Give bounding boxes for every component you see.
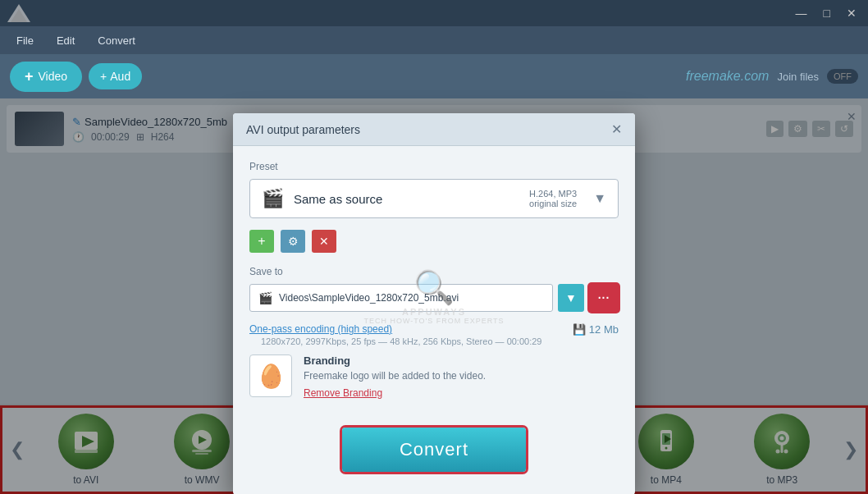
brand-label: freemake.com: [686, 69, 769, 84]
file-size-badge: 💾 12 Mb: [573, 323, 619, 336]
preset-dropdown[interactable]: 🎬 Same as source H.264, MP3 original siz…: [249, 179, 619, 218]
menu-bar: File Edit Convert: [0, 26, 868, 54]
convert-button[interactable]: Convert: [342, 428, 526, 472]
save-path-icon: 🎬: [258, 291, 272, 304]
modal-close-button[interactable]: ✕: [611, 121, 622, 137]
title-bar: — □ ✕: [0, 0, 868, 26]
join-files-toggle[interactable]: OFF: [827, 69, 858, 84]
convert-button-row: Convert: [249, 414, 619, 480]
app-logo: [7, 3, 31, 23]
preset-section-label: Preset: [249, 161, 619, 172]
branding-section: 🥚 Branding Freemake logo will be added t…: [249, 354, 619, 400]
preset-name: Same as source: [294, 192, 519, 206]
preset-detail-line2: original size: [529, 199, 577, 208]
encoding-section: One-pass encoding (high speed) 1280x720,…: [249, 323, 541, 354]
file-size-icon: 💾: [573, 323, 586, 336]
modal-body: Preset 🎬 Same as source H.264, MP3 origi…: [233, 146, 635, 494]
modal-title-bar: AVI output parameters ✕: [233, 113, 635, 146]
add-video-button[interactable]: + Video: [10, 62, 82, 92]
close-button[interactable]: ✕: [842, 5, 861, 21]
menu-edit[interactable]: Edit: [47, 31, 85, 50]
save-browse-button[interactable]: ···: [589, 284, 619, 312]
encoding-detail: 1280x720, 2997Kbps, 25 fps — 48 kHz, 256…: [249, 336, 541, 346]
plus-icon-audio: +: [100, 70, 107, 83]
branding-title: Branding: [304, 354, 619, 367]
file-size-text: 12 Mb: [589, 323, 619, 336]
content-area: ✎ SampleVideo_1280x720_5mb 🕐 00:00:29 ⊞ …: [0, 98, 868, 494]
save-dropdown-button[interactable]: ▼: [558, 284, 584, 312]
join-files-label: Join files: [777, 71, 819, 83]
maximize-button[interactable]: □: [819, 5, 835, 21]
encoding-link[interactable]: One-pass encoding (high speed): [249, 323, 541, 335]
settings-preset-button[interactable]: ⚙: [281, 230, 305, 253]
modal-dialog: AVI output parameters ✕ Preset 🎬 Same as…: [233, 113, 635, 494]
menu-file[interactable]: File: [7, 31, 43, 50]
add-video-label: Video: [39, 70, 68, 83]
preset-icon: 🎬: [262, 188, 284, 209]
preset-dropdown-arrow: ▼: [593, 191, 606, 206]
add-preset-button[interactable]: +: [249, 230, 274, 253]
branding-icon: 🥚: [249, 354, 292, 397]
menu-convert[interactable]: Convert: [88, 31, 145, 50]
toolbar-left: + Video + Aud: [10, 62, 142, 92]
plus-icon: +: [25, 68, 34, 85]
branding-text: Branding Freemake logo will be added to …: [304, 354, 619, 400]
add-audio-button[interactable]: + Aud: [89, 63, 142, 89]
add-audio-label: Aud: [110, 70, 130, 83]
remove-branding-link[interactable]: Remove Branding: [304, 387, 382, 399]
preset-detail: H.264, MP3 original size: [529, 189, 577, 208]
branding-desc: Freemake logo will be added to the video…: [304, 370, 619, 382]
toolbar: + Video + Aud freemake.com Join files OF…: [0, 54, 868, 98]
toggle-state: OFF: [834, 71, 852, 81]
toolbar-right: freemake.com Join files OFF: [686, 69, 858, 84]
save-path-text: Videos\SampleVideo_1280x720_5mb.avi: [279, 292, 459, 304]
minimize-button[interactable]: —: [791, 5, 812, 21]
modal-overlay: AVI output parameters ✕ Preset 🎬 Same as…: [0, 98, 868, 494]
delete-preset-button[interactable]: ✕: [312, 230, 336, 253]
preset-detail-line1: H.264, MP3: [529, 189, 577, 199]
action-buttons-row: + ⚙ ✕: [249, 230, 619, 253]
app-window: — □ ✕ File Edit Convert + Video + Aud fr…: [0, 0, 868, 494]
modal-title: AVI output parameters: [246, 123, 360, 136]
save-to-row: 🎬 Videos\SampleVideo_1280x720_5mb.avi ▼ …: [249, 284, 619, 312]
window-controls: — □ ✕: [791, 5, 861, 21]
save-to-label: Save to: [249, 266, 619, 277]
save-path-display: 🎬 Videos\SampleVideo_1280x720_5mb.avi: [249, 284, 553, 312]
